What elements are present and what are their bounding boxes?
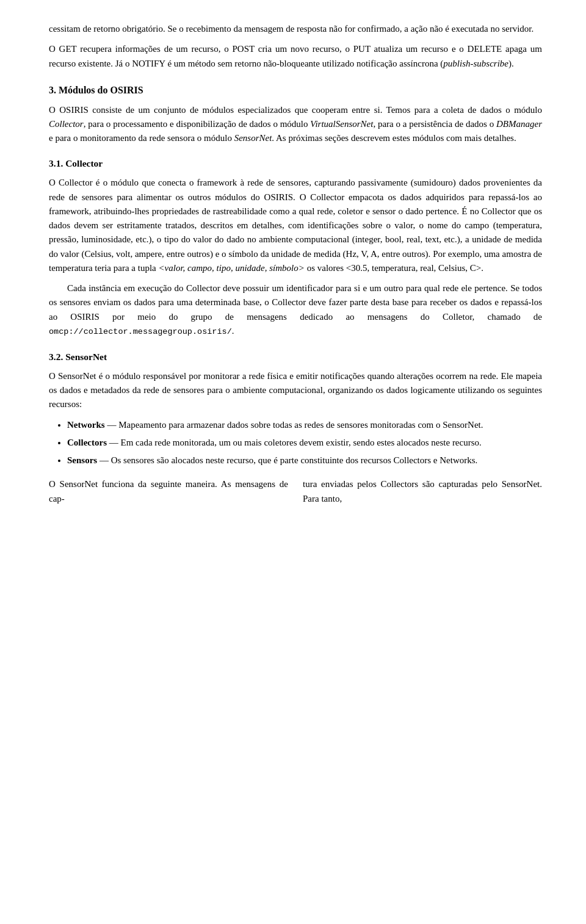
list-item-networks: Networks — Mapeamento para armazenar dad… <box>67 418 542 432</box>
collector-messagegroup-code: omcp://collector.messagegroup.osiris/ <box>49 327 232 336</box>
sensornet-resources-list: Networks — Mapeamento para armazenar dad… <box>49 418 542 468</box>
list-item-collectors: Collectors — Em cada rede monitorada, um… <box>67 436 542 450</box>
collector-italic: Collector <box>49 119 84 129</box>
section3-paragraph1: O OSIRIS consiste de um conjunto de módu… <box>49 103 542 146</box>
sensornet-italic: SensorNet <box>234 133 272 143</box>
collectors-text: — Em cada rede monitorada, um ou mais co… <box>107 438 482 447</box>
bottom-col2: tura enviadas pelos Collectors são captu… <box>303 477 542 506</box>
subsection32-heading: 3.2. SensorNet <box>49 350 542 364</box>
subsec31-paragraph1: O Collector é o módulo que conecta o fra… <box>49 176 542 275</box>
intro2-text: O GET recupera informações de um recurso… <box>49 44 542 68</box>
subsec31-paragraph2: Cada instância em execução do Collector … <box>49 281 542 339</box>
intro-paragraph-1: cessitam de retorno obrigatório. Se o re… <box>49 22 542 36</box>
networks-text: — Mapeamento para armazenar dados sobre … <box>105 420 483 430</box>
subsec32-paragraph1: O SensorNet é o módulo responsável por m… <box>49 369 542 412</box>
bottom-col1: O SensorNet funciona da seguinte maneira… <box>49 477 288 506</box>
intro-paragraph-2: O GET recupera informações de um recurso… <box>49 42 542 71</box>
subsection31-heading: 3.1. Collector <box>49 156 542 171</box>
list-item-sensors: Sensors — Os sensores são alocados neste… <box>67 453 542 467</box>
two-column-bottom: O SensorNet funciona da seguinte maneira… <box>49 477 542 506</box>
vsn-italic: VirtualSensorNet <box>310 119 373 129</box>
tuple-italic: <valor, campo, tipo, unidade, símbolo> <box>158 263 304 273</box>
sensors-text: — Os sensores são alocados neste recurso… <box>97 455 477 465</box>
collectors-term: Collectors <box>67 438 107 447</box>
dbmanager-italic: DBManager <box>496 119 542 129</box>
section3-heading: 3. Módulos do OSIRIS <box>49 83 542 98</box>
publish-subscribe-italic: publish-subscribe <box>443 59 508 68</box>
networks-term: Networks <box>67 420 105 430</box>
page-content: cessitam de retorno obrigatório. Se o re… <box>0 0 586 528</box>
sensors-term: Sensors <box>67 455 97 465</box>
